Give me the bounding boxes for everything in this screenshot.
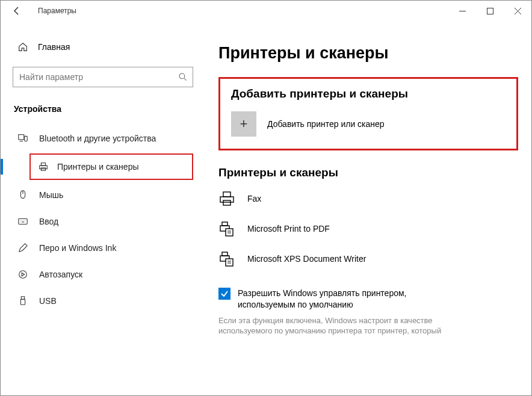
- page-title: Принтеры и сканеры: [218, 44, 518, 63]
- svg-rect-14: [223, 200, 230, 205]
- nav-label: Автозапуск: [39, 270, 82, 279]
- home-link[interactable]: Главная: [13, 37, 193, 57]
- maximize-button[interactable]: [476, 1, 504, 21]
- nav-item-pen[interactable]: Перо и Windows Ink: [13, 237, 193, 259]
- checkbox-label: Разрешить Windows управлять принтером, и…: [238, 288, 454, 311]
- printer-icon: [38, 161, 49, 172]
- category-header: Устройства: [13, 104, 193, 114]
- nav-label: Bluetooth и другие устройства: [39, 134, 156, 143]
- print-to-file-icon: [218, 250, 235, 267]
- svg-rect-16: [222, 222, 227, 226]
- nav-label: Мышь: [39, 190, 63, 200]
- svg-rect-4: [40, 166, 48, 169]
- minimize-button[interactable]: [448, 1, 476, 21]
- keyboard-icon: [17, 216, 28, 227]
- svg-rect-10: [21, 297, 24, 300]
- device-label: Microsoft XPS Document Writer: [247, 254, 366, 264]
- search-input[interactable]: [18, 72, 178, 82]
- device-label: Microsoft Print to PDF: [247, 224, 330, 234]
- device-row-fax[interactable]: Fax: [218, 190, 518, 207]
- plus-icon: +: [231, 111, 256, 137]
- home-icon: [17, 42, 28, 52]
- usb-icon: [17, 295, 28, 306]
- close-button[interactable]: [504, 1, 531, 21]
- nav-item-input[interactable]: Ввод: [13, 210, 193, 233]
- devices-icon: [17, 133, 28, 144]
- device-row-mpdf[interactable]: Microsoft Print to PDF: [218, 220, 518, 237]
- svg-rect-2: [19, 135, 24, 140]
- svg-rect-3: [25, 136, 28, 141]
- add-button-label: Добавить принтер или сканер: [267, 119, 385, 129]
- search-icon: [178, 72, 188, 82]
- nav-item-printers[interactable]: Принтеры и сканеры: [33, 155, 190, 178]
- svg-rect-5: [41, 163, 45, 166]
- svg-rect-8: [19, 219, 27, 224]
- device-label: Fax: [247, 194, 261, 203]
- nav-label: Ввод: [39, 217, 58, 226]
- add-printer-button[interactable]: + Добавить принтер или сканер: [231, 111, 506, 137]
- nav-item-usb[interactable]: USB: [13, 289, 193, 312]
- autorun-icon: [17, 269, 28, 280]
- note-text: Если эта функция включена, Windows настр…: [218, 315, 471, 336]
- back-button[interactable]: [7, 1, 27, 21]
- default-printer-checkbox[interactable]: [218, 288, 230, 300]
- list-section-title: Принтеры и сканеры: [218, 166, 518, 179]
- nav-item-bluetooth[interactable]: Bluetooth и другие устройства: [13, 127, 193, 150]
- highlight-box-sidebar: Принтеры и сканеры: [29, 153, 193, 180]
- fax-icon: [218, 190, 235, 207]
- home-label: Главная: [38, 42, 70, 52]
- svg-rect-12: [220, 197, 234, 202]
- add-section-title: Добавить принтеры и сканеры: [231, 87, 506, 101]
- nav-label: Принтеры и сканеры: [57, 162, 138, 172]
- main-panel: Принтеры и сканеры Добавить принтеры и с…: [205, 21, 531, 396]
- nav-item-autorun[interactable]: Автозапуск: [13, 263, 193, 286]
- svg-point-1: [179, 73, 185, 79]
- svg-rect-13: [223, 192, 230, 197]
- pen-icon: [17, 243, 28, 253]
- window-title: Параметры: [38, 7, 76, 15]
- svg-rect-0: [487, 8, 493, 14]
- mouse-icon: [17, 190, 28, 200]
- svg-rect-17: [226, 229, 233, 236]
- sidebar: Главная Устройства Bluetooth и другие ус…: [1, 21, 205, 396]
- svg-rect-20: [226, 259, 233, 266]
- nav-label: USB: [39, 296, 57, 306]
- nav-item-mouse[interactable]: Мышь: [13, 184, 193, 206]
- search-box[interactable]: [13, 67, 193, 87]
- svg-rect-19: [222, 252, 227, 256]
- highlight-box-main: Добавить принтеры и сканеры + Добавить п…: [218, 77, 518, 150]
- device-row-mxps[interactable]: Microsoft XPS Document Writer: [218, 250, 518, 267]
- nav-label: Перо и Windows Ink: [39, 243, 116, 253]
- svg-rect-11: [20, 299, 25, 305]
- svg-point-9: [19, 271, 27, 279]
- print-to-file-icon: [218, 220, 235, 237]
